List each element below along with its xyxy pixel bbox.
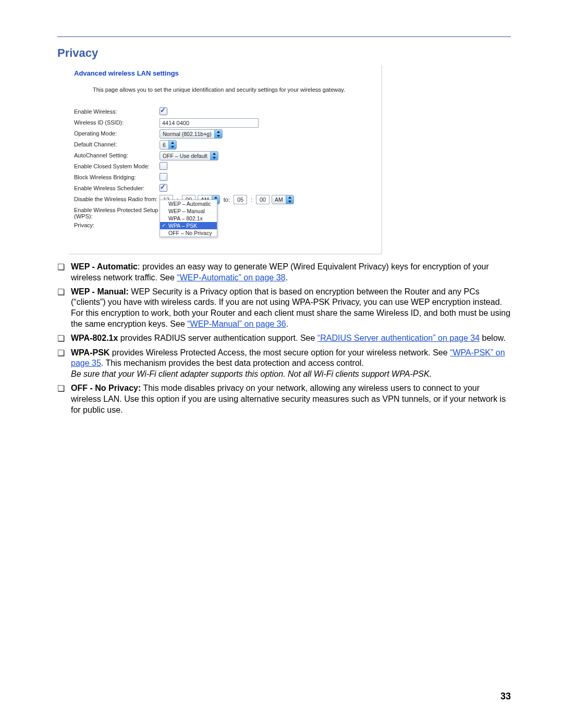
row-autochannel: AutoChannel Setting: OFF – Use default bbox=[74, 151, 376, 161]
checkbox-block-bridging[interactable] bbox=[160, 173, 167, 181]
item-title: WEP - Manual: bbox=[71, 287, 129, 296]
label-ssid: Wireless ID (SSID): bbox=[74, 118, 160, 126]
label-enable-wireless: Enable Wireless: bbox=[74, 107, 160, 115]
label-wps: Enable Wireless Protected Setup (WPS): bbox=[74, 206, 160, 219]
row-closed-system: Enable Closed System Mode: bbox=[74, 162, 376, 171]
bullet-icon: ❏ bbox=[57, 348, 71, 380]
item-title: WEP - Automatic bbox=[71, 262, 138, 271]
privacy-option[interactable]: OFF – No Privacy bbox=[160, 229, 217, 237]
row-scheduler: Enable Wireless Scheduler: bbox=[74, 184, 376, 193]
chevron-updown-icon bbox=[168, 141, 176, 149]
item-body: provides RADIUS server authentication su… bbox=[120, 334, 317, 342]
wireless-settings-panel: Advanced wireless LAN settings This page… bbox=[69, 65, 382, 254]
cross-ref-link[interactable]: “WEP-Automatic” on page 38 bbox=[177, 273, 285, 282]
panel-title: Advanced wireless LAN settings bbox=[74, 69, 376, 77]
list-item: ❏ WEP - Manual: WEP Security is a Privac… bbox=[57, 287, 511, 330]
item-note: Be sure that your Wi-Fi client adapter s… bbox=[71, 369, 511, 380]
label-closed-system: Enable Closed System Mode: bbox=[74, 162, 160, 169]
label-default-channel: Default Channel: bbox=[74, 140, 160, 147]
label-to: to: bbox=[222, 196, 231, 203]
label-block-bridging: Block Wireless Bridging: bbox=[74, 173, 160, 180]
label-scheduler: Enable Wireless Scheduler: bbox=[74, 184, 160, 191]
row-enable-wireless: Enable Wireless: bbox=[74, 107, 376, 117]
header-rule bbox=[57, 36, 511, 37]
item-title: OFF - No Privacy: bbox=[71, 384, 141, 392]
row-disable-radio: Disable the Wireless Radio from: 12 : 00… bbox=[74, 195, 376, 204]
list-item: ❏ WEP - Automatic: provides an easy way … bbox=[57, 262, 511, 283]
section-heading: Privacy bbox=[57, 46, 511, 60]
cross-ref-link[interactable]: “WEP-Manual” on page 36 bbox=[187, 319, 286, 328]
checkbox-enable-wireless[interactable] bbox=[160, 107, 167, 115]
select-operating-mode[interactable]: Normal (802.11b+g) bbox=[160, 129, 223, 139]
label-operating-mode: Operating Mode: bbox=[74, 129, 160, 137]
select-default-channel[interactable]: 6 bbox=[160, 140, 177, 150]
privacy-dropdown-menu[interactable]: WEP – Automatic WEP – Manual WPA – 802.1… bbox=[160, 200, 217, 237]
bullet-icon: ❏ bbox=[57, 287, 71, 330]
select-to-ampm[interactable]: AM bbox=[272, 195, 294, 204]
bullet-icon: ❏ bbox=[57, 383, 71, 415]
row-wps: Enable Wireless Protected Setup (WPS): W… bbox=[74, 206, 376, 219]
privacy-option[interactable]: WEP – Automatic bbox=[160, 200, 217, 207]
cross-ref-link[interactable]: “RADIUS Server authentication” on page 3… bbox=[317, 334, 480, 342]
row-operating-mode: Operating Mode: Normal (802.11b+g) bbox=[74, 129, 376, 139]
chevron-updown-icon bbox=[286, 195, 293, 204]
privacy-option[interactable]: WEP – Manual bbox=[160, 207, 217, 215]
privacy-option[interactable]: WPA – 802.1x bbox=[160, 215, 217, 222]
row-block-bridging: Block Wireless Bridging: bbox=[74, 173, 376, 182]
bullet-icon: ❏ bbox=[57, 333, 71, 344]
chevron-updown-icon bbox=[214, 130, 222, 138]
page-number: 33 bbox=[500, 691, 511, 702]
row-ssid: Wireless ID (SSID): 4414 0400 bbox=[74, 118, 376, 128]
row-privacy: Privacy: bbox=[74, 221, 376, 230]
label-privacy: Privacy: bbox=[74, 221, 160, 228]
privacy-option-selected[interactable]: WPA – PSK bbox=[160, 222, 217, 229]
input-ssid[interactable]: 4414 0400 bbox=[160, 118, 259, 128]
item-body: provides Wireless Protected Access, the … bbox=[112, 348, 450, 357]
item-title: WPA-PSK bbox=[71, 348, 109, 357]
item-body: WEP Security is a Privacy option that is… bbox=[71, 287, 510, 328]
item-title: WPA-802.1x bbox=[71, 334, 118, 342]
label-autochannel: AutoChannel Setting: bbox=[74, 151, 160, 158]
input-to-mm[interactable]: 00 bbox=[256, 195, 270, 204]
document-page: Privacy Advanced wireless LAN settings T… bbox=[0, 0, 563, 728]
list-item: ❏ OFF - No Privacy: This mode disables p… bbox=[57, 383, 511, 415]
list-item: ❏ WPA-PSK provides Wireless Protected Ac… bbox=[57, 348, 511, 380]
row-default-channel: Default Channel: 6 bbox=[74, 140, 376, 150]
panel-description: This page allows you to set the unique i… bbox=[93, 87, 376, 93]
colon: : bbox=[249, 196, 254, 203]
input-to-hh[interactable]: 05 bbox=[234, 195, 247, 204]
privacy-description-list: ❏ WEP - Automatic: provides an easy way … bbox=[57, 262, 511, 415]
chevron-updown-icon bbox=[210, 152, 218, 160]
bullet-icon: ❏ bbox=[57, 262, 71, 283]
checkbox-scheduler[interactable] bbox=[160, 184, 167, 192]
checkbox-closed-system[interactable] bbox=[160, 162, 167, 170]
label-disable-radio: Disable the Wireless Radio from: bbox=[74, 195, 160, 202]
list-item: ❏ WPA-802.1x provides RADIUS server auth… bbox=[57, 333, 511, 344]
select-autochannel[interactable]: OFF – Use default bbox=[160, 151, 218, 161]
